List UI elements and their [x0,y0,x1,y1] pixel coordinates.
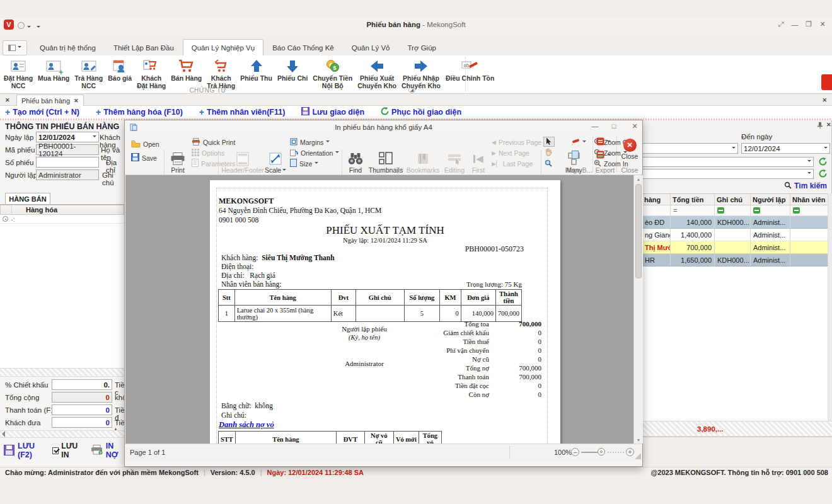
refresh-icon[interactable] [819,169,827,178]
goods-new-row[interactable]: -: [0,215,124,224]
watermark-button[interactable] [571,137,586,147]
ribbon-button-chuyen-tien-noi-bo[interactable]: €$ Chuyển Tiền Nội Bộ [310,55,355,91]
quick-print-button[interactable]: Quick Print [192,137,235,147]
export-file-button[interactable] [596,151,611,160]
payment-input[interactable]: 0 [52,404,112,415]
save-print-checkbox[interactable]: LƯU IN [52,442,84,459]
customer-paid-input[interactable]: 0 [52,417,112,428]
ribbon-button-tra-hang-ncc[interactable]: Trả Hàng NCC [72,55,105,91]
ribbon-button-dieu-chinh-ton[interactable]: ab Điều Chỉnh Tồn [443,55,497,91]
close-tabbar-icon[interactable]: ✕ [822,97,827,103]
goods-grid-header[interactable]: Hàng hóa [0,205,124,215]
open-button[interactable]: Open [131,139,159,149]
text-filter-icon[interactable] [793,207,800,214]
ribbon-button-phieu-chi[interactable]: Phiếu Chi [275,55,310,91]
tab-bao-cao-thong-ke[interactable]: Báo Cáo Thống Kê [263,39,343,55]
tab-thiet-lap-ban-dau[interactable]: Thiết Lập Ban Đầu [105,39,183,55]
table-row[interactable]: ng Giang 1,400,000 Administ... [642,229,828,241]
goods-grid[interactable]: Hàng hóa -: [0,204,124,368]
restore-layout-button[interactable]: Phục hồi giao diện [381,107,461,117]
zoom-slider-thumb[interactable] [598,448,605,455]
minimize-icon[interactable]: — [788,21,802,28]
page-color-button[interactable] [572,151,579,160]
scrollbar-thumb[interactable] [635,184,642,278]
panel-scrollbar[interactable] [828,193,832,421]
size-button[interactable]: Size [290,159,318,168]
filter-combo-2[interactable] [642,169,814,179]
table-header-row[interactable]: hàng Tổng tiền Ghi chú Người lập Nhân vi… [642,194,828,205]
zoom-slider-track[interactable] [581,452,598,453]
print-button[interactable]: Print [166,151,189,175]
search-button[interactable]: Tìm kiếm [784,181,827,190]
checkbox-checked-icon[interactable] [52,447,59,454]
find-button[interactable]: Find [345,151,366,175]
scroll-left-icon[interactable] [2,431,5,437]
tab-quan-tri-he-thong[interactable]: Quản trị hệ thống [31,39,105,55]
number-input[interactable] [36,157,99,168]
ribbon-button-khach-dat-hang[interactable]: Khách Đặt Hàng [134,55,168,91]
table-filter-row[interactable]: = [642,205,828,216]
preview-area[interactable]: MEKONGSOFT 64 Nguyễn Đình Chiểu, Phường … [125,175,643,444]
from-date-input[interactable] [642,143,738,154]
save-button[interactable]: LƯU (F2) [4,442,46,459]
magnifier-tool-button[interactable] [545,159,552,168]
hand-tool-button[interactable] [545,148,552,158]
discount-input[interactable]: 0. [52,379,112,390]
ribbon-group-expand-icon[interactable]: ◢ [408,86,415,93]
new-invoice-button[interactable]: +Tạo mới (Ctrl + N) [5,108,79,117]
add-employee-button[interactable]: +Thêm nhân viên(F11) [199,108,286,117]
margins-button[interactable]: Margins [290,137,330,147]
ribbon-button-bao-gia[interactable]: Báo giá [105,55,134,91]
table-row[interactable]: Thị Mường 700,000 Administ... [642,241,828,254]
close-window-icon[interactable]: ✕ [816,20,829,28]
zoom-slider-track-dotted[interactable] [608,452,624,453]
dialog-titlebar[interactable]: In phiếu bán hàng khổ giấy A4 — □ ✕ [125,120,642,134]
filter-combo-1[interactable] [642,157,814,167]
table-row[interactable]: HR 1,650,000 KDH000... Administ... [642,254,828,266]
ribbon-button-mua-hang[interactable]: + Mua Hàng [35,55,72,91]
dialog-minimize-icon[interactable]: — [588,122,602,130]
doc-tab-phieu-ban-hang[interactable]: Phiếu bán hàng ✕ [16,94,84,106]
to-date-input[interactable]: 12/01/2024 [741,143,830,154]
print-debt-button[interactable]: ? IN NỢ [91,442,124,459]
resize-grip-icon[interactable] [635,453,641,459]
ribbon-file-button[interactable] [3,40,27,55]
refresh-icon[interactable] [819,158,827,166]
zoom-minus-button[interactable]: – [571,448,579,456]
close-preview-button[interactable]: ✕ Close [618,137,642,161]
fullscreen-icon[interactable]: ⤢ [774,20,788,28]
close-panel-icon[interactable]: ✕ [826,122,831,128]
close-all-tabs-icon[interactable]: ✕ [5,97,10,103]
restore-icon[interactable]: ❐ [802,20,816,28]
pin-icon[interactable] [817,122,823,130]
scale-button[interactable]: Scale [265,151,286,175]
orientation-button[interactable]: Orientation [290,148,339,158]
ribbon-button-phieu-xuat-chuyen-kho[interactable]: Phiếu Xuất Chuyển Kho [355,55,399,91]
date-input[interactable]: 12/01/2024 [36,132,99,142]
ribbon-button-phieu-thu[interactable]: Phiếu Thu [238,55,275,91]
text-filter-icon[interactable] [717,207,724,214]
save-button[interactable]: Save [131,153,157,163]
dialog-maximize-icon[interactable]: □ [607,122,621,130]
tab-tro-giup[interactable]: Trợ Giúp [399,39,445,55]
pointer-tool-button[interactable] [543,137,555,147]
side-alert-tab[interactable] [821,74,832,90]
thumbnails-button[interactable]: Thumbnails [368,151,403,175]
ribbon-button-ban-hang[interactable]: Bán Hàng [168,55,204,91]
text-filter-icon[interactable] [753,207,760,214]
goods-tab[interactable]: HÀNG BÁN [5,193,50,204]
dialog-close-icon[interactable]: ✕ [628,122,642,130]
preview-scrollbar[interactable]: ▲ ▼ [633,175,643,444]
ribbon-button-phieu-nhap-chuyen-kho[interactable]: Phiếu Nhập Chuyển Kho [399,55,443,91]
zoom-plus-button[interactable]: + [626,448,634,456]
ribbon-button-dat-hang-ncc[interactable]: Đặt Hàng NCC [1,55,35,91]
export-pdf-button[interactable] [596,137,611,147]
horizontal-scrollbar[interactable] [0,430,124,438]
tab-quan-ly-vo[interactable]: Quản Lý Vỏ [343,39,399,55]
save-layout-button[interactable]: Lưu giao diện [301,107,364,117]
table-row[interactable]: èo ĐD 140,000 KDH000... Administ... [642,216,828,229]
add-goods-button[interactable]: +Thêm hàng hóa (F10) [96,108,183,117]
close-tab-icon[interactable]: ✕ [74,98,79,104]
tab-quan-ly-nghiep-vu[interactable]: Quản Lý Nghiệp Vụ [183,39,263,55]
ribbon-button-khach-tra-hang[interactable]: Khách Trả Hàng [204,55,238,91]
